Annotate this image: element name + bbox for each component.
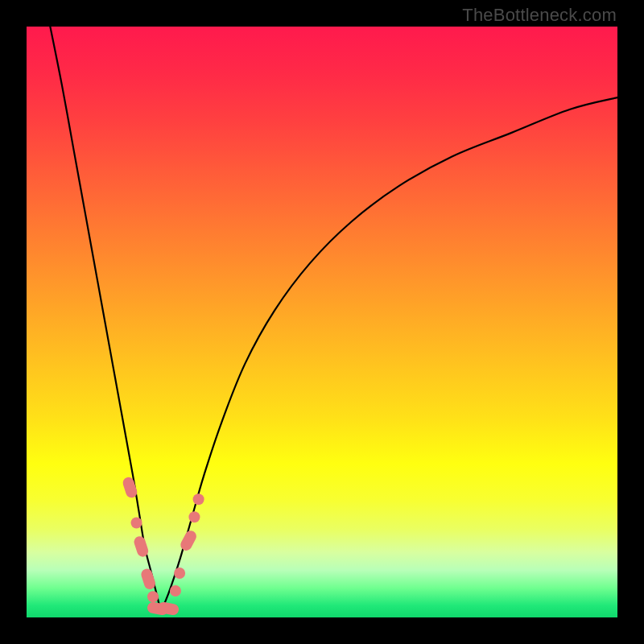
chart-svg <box>27 27 617 617</box>
marker-dot <box>170 585 181 597</box>
chart-frame: TheBottleneck.com <box>0 0 644 644</box>
marker-dot <box>147 591 159 602</box>
marker-dot <box>188 511 200 522</box>
curve-right-branch <box>161 97 617 612</box>
marker-group <box>122 476 204 616</box>
curve-left-branch <box>50 27 160 612</box>
watermark-text: TheBottleneck.com <box>462 5 617 26</box>
marker-lozenge <box>179 529 199 553</box>
plot-area <box>27 27 617 617</box>
marker-dot <box>131 518 142 529</box>
marker-dot <box>174 568 185 579</box>
marker-dot <box>193 493 204 505</box>
